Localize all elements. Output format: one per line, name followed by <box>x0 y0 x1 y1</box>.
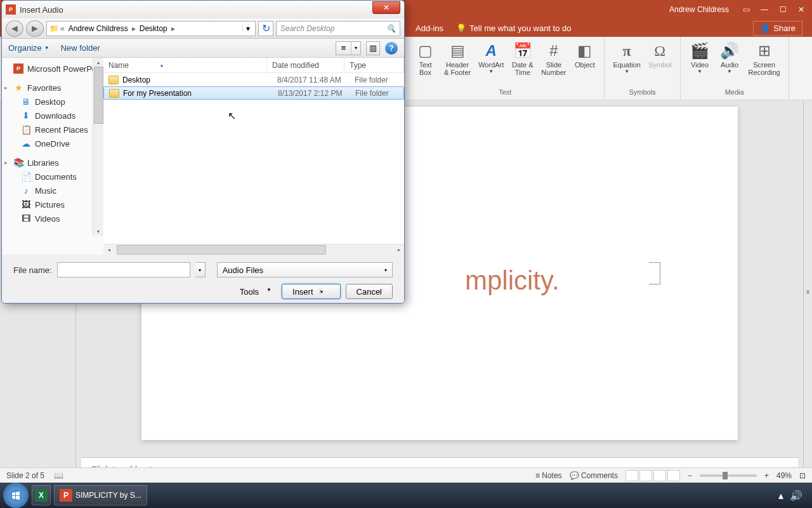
sidebar-videos[interactable]: 🎞Videos <box>2 211 103 225</box>
volume-icon[interactable]: 🔊 <box>790 490 802 502</box>
symbols-group-label: Symbols <box>610 88 674 97</box>
audio-button[interactable]: 🔊Audio▼ <box>716 39 744 76</box>
sidebar-scrollbar[interactable]: ▴ ▾ <box>93 58 103 236</box>
breadcrumb-seg2[interactable]: Desktop <box>137 24 170 33</box>
newfolder-button[interactable]: New folder <box>61 43 100 53</box>
zoom-slider[interactable] <box>700 474 757 477</box>
date-icon: 📅 <box>513 41 533 61</box>
close-icon[interactable]: ✕ <box>797 5 806 14</box>
zoom-in-button[interactable]: + <box>764 471 769 480</box>
file-row[interactable]: Desktop 8/4/2017 11:48 AM File folder <box>103 73 404 86</box>
slidenumber-button[interactable]: #Slide Number <box>538 39 569 77</box>
zoom-level[interactable]: 49% <box>776 471 792 480</box>
chevron-down-icon[interactable]: ▸ <box>4 84 8 91</box>
cancel-button[interactable]: Cancel <box>346 284 393 299</box>
filename-dropdown[interactable]: ▾ <box>195 262 206 277</box>
header-footer-button[interactable]: ▤Header & Footer <box>441 39 474 77</box>
horizontal-scrollbar[interactable]: ◂ ▸ <box>103 244 404 255</box>
slideshow-view-button[interactable] <box>667 470 680 481</box>
file-header: Name▴ Date modified Type <box>103 58 404 73</box>
datetime-button[interactable]: 📅Date & Time <box>508 39 537 77</box>
sidebar-onedrive[interactable]: ☁OneDrive <box>2 137 103 150</box>
filename-input[interactable] <box>57 262 190 277</box>
dialog-titlebar[interactable]: P Insert Audio ✕ <box>2 1 404 18</box>
sorter-view-button[interactable] <box>639 470 652 481</box>
equation-button[interactable]: πEquation▼ <box>610 39 643 76</box>
sidebar-powerpoint[interactable]: PMicrosoft PowerPo <box>2 62 103 76</box>
sidebar-recent[interactable]: 📋Recent Places <box>2 123 103 137</box>
organize-button[interactable]: Organize ▼ <box>8 43 49 53</box>
spellcheck-icon[interactable]: 📖 <box>54 471 63 480</box>
dialog-toolbar: Organize ▼ New folder ≡▾ ▥ ? <box>2 39 404 58</box>
fit-window-button[interactable]: ⊡ <box>799 471 806 480</box>
video-icon: 🎬 <box>690 41 710 61</box>
breadcrumb[interactable]: 📁 « Andrew Childress ▸ Desktop ▸ ▾ <box>46 21 256 36</box>
start-button[interactable] <box>3 483 29 508</box>
comments-toggle[interactable]: 💬 Comments <box>570 471 618 480</box>
normal-view-button[interactable] <box>625 470 638 481</box>
chevron-icon[interactable]: ▸ <box>4 159 8 166</box>
search-input[interactable]: Search Desktop 🔍 <box>276 21 400 36</box>
reading-view-button[interactable] <box>653 470 666 481</box>
wordart-button[interactable]: AWordArt▼ <box>475 39 507 76</box>
sidebar-libraries[interactable]: ▸📚Libraries <box>2 156 103 170</box>
video-button[interactable]: 🎬Video▼ <box>686 39 714 76</box>
column-date[interactable]: Date modified <box>267 58 344 72</box>
sidebar-documents[interactable]: 📄Documents <box>2 170 103 184</box>
ppt-icon: P <box>13 64 23 74</box>
textbox-button[interactable]: ▢Text Box <box>411 39 440 77</box>
sidebar-downloads[interactable]: ⬇Downloads <box>2 109 103 123</box>
header-icon: ▤ <box>447 41 468 61</box>
breadcrumb-seg1[interactable]: Andrew Childress <box>66 24 131 33</box>
back-button[interactable]: ◄ <box>6 20 23 37</box>
text-selection-handle[interactable] <box>649 262 660 284</box>
zoom-out-button[interactable]: − <box>688 471 692 480</box>
forward-button[interactable]: ► <box>26 20 44 37</box>
excel-taskbar-item[interactable]: X <box>32 485 51 505</box>
minimize-icon[interactable]: — <box>760 5 769 14</box>
filetype-filter[interactable]: Audio Files ▾ <box>217 262 393 277</box>
column-type[interactable]: Type <box>344 58 404 72</box>
file-list: Name▴ Date modified Type Desktop 8/4/201… <box>103 58 404 255</box>
view-mode-button[interactable]: ≡▾ <box>336 41 361 55</box>
screenrec-icon: ⊞ <box>754 41 775 61</box>
dialog-footer: File name: ▾ Audio Files ▾ Tools▼ Insert… <box>2 255 404 304</box>
tab-addins[interactable]: Add-ins <box>416 23 443 33</box>
cursor-icon: ↖ <box>228 110 236 122</box>
object-button[interactable]: ◧Object <box>570 39 599 70</box>
notes-toggle[interactable]: ≡ Notes <box>535 471 562 480</box>
folder-icon: 📁 <box>49 24 59 33</box>
tell-me-search[interactable]: 💡 Tell me what you want to do <box>456 23 571 33</box>
preview-pane-button[interactable]: ▥ <box>366 41 380 55</box>
screenrec-button[interactable]: ⊞Screen Recording <box>745 39 783 77</box>
breadcrumb-dropdown[interactable]: ▾ <box>242 24 252 33</box>
help-button[interactable]: ? <box>385 42 398 55</box>
powerpoint-icon: P <box>6 4 16 15</box>
ribbon-options-icon[interactable]: ▭ <box>742 5 750 14</box>
insert-button[interactable]: Insert▾ <box>282 284 341 299</box>
sidebar-favorites[interactable]: ▸★Favorites <box>2 81 103 95</box>
file-row[interactable]: For my Presentation 8/13/2017 2:12 PM Fi… <box>103 86 404 100</box>
sidebar-music[interactable]: ♪Music <box>2 184 103 197</box>
filename-label: File name: <box>13 265 52 275</box>
share-button[interactable]: 👤 Share <box>753 21 802 36</box>
tools-button[interactable]: Tools▼ <box>235 285 277 298</box>
file-rows[interactable]: Desktop 8/4/2017 11:48 AM File folder Fo… <box>103 73 404 244</box>
video-folder-icon: 🎞 <box>21 213 31 224</box>
dialog-close-button[interactable]: ✕ <box>372 1 400 14</box>
insert-dropdown[interactable]: ▾ <box>320 289 330 295</box>
insert-audio-dialog: P Insert Audio ✕ ◄ ► 📁 « Andrew Childres… <box>1 0 405 304</box>
search-icon: 🔍 <box>386 24 396 33</box>
sidebar-pictures[interactable]: 🖼Pictures <box>2 197 103 211</box>
tray-arrow-icon[interactable]: ▴ <box>778 490 783 502</box>
ppt-user[interactable]: Andrew Childress <box>669 5 729 14</box>
symbol-button[interactable]: ΩSymbol <box>645 39 675 70</box>
slide-textbox[interactable]: mplicity. <box>465 265 560 296</box>
refresh-button[interactable]: ↻ <box>258 21 273 36</box>
maximize-icon[interactable]: ☐ <box>778 5 787 14</box>
collapse-ribbon-button[interactable]: ∧ <box>803 100 812 483</box>
desktop-icon: 🖥 <box>21 97 31 107</box>
column-name[interactable]: Name▴ <box>103 58 267 72</box>
powerpoint-taskbar-item[interactable]: PSIMPLICITY by S... <box>54 485 147 505</box>
sidebar-desktop[interactable]: 🖥Desktop <box>2 95 103 109</box>
